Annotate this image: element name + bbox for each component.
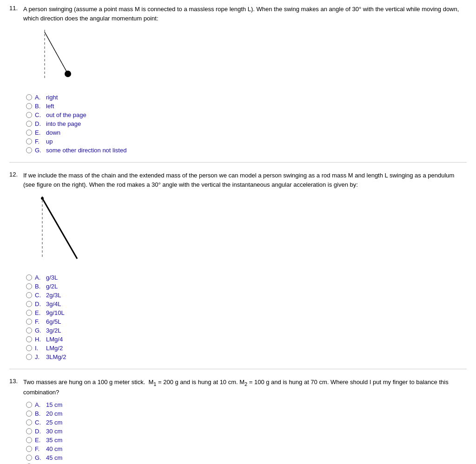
option-12-F[interactable]: F. 6g/5L bbox=[26, 318, 467, 325]
option-13-G[interactable]: G. 45 cm bbox=[26, 454, 467, 461]
question-13-text: Two masses are hung on a 100 g meter sti… bbox=[23, 378, 467, 397]
radio-13-E[interactable] bbox=[26, 437, 32, 443]
option-11-A-letter: A. bbox=[35, 94, 44, 101]
option-12-E[interactable]: E. 9g/10L bbox=[26, 309, 467, 316]
option-13-E-letter: E. bbox=[35, 437, 44, 444]
radio-11-A[interactable] bbox=[26, 94, 32, 100]
question-13-header: 13. Two masses are hung on a 100 g meter… bbox=[9, 378, 467, 397]
question-12: 12. If we include the mass of the chain … bbox=[9, 171, 467, 369]
option-11-A-text: right bbox=[46, 94, 58, 101]
option-13-E[interactable]: E. 35 cm bbox=[26, 437, 467, 444]
radio-12-G[interactable] bbox=[26, 327, 32, 333]
option-13-B[interactable]: B. 20 cm bbox=[26, 410, 467, 417]
radio-12-J[interactable] bbox=[26, 354, 32, 360]
radio-12-I[interactable] bbox=[26, 345, 32, 351]
option-13-B-text: 20 cm bbox=[46, 410, 62, 417]
option-11-G-text: some other direction not listed bbox=[46, 147, 126, 154]
radio-13-C[interactable] bbox=[26, 419, 32, 425]
option-11-F[interactable]: F. up bbox=[26, 138, 467, 145]
option-12-J-letter: J. bbox=[35, 353, 44, 360]
radio-13-A[interactable] bbox=[26, 402, 32, 408]
option-13-F-text: 40 cm bbox=[46, 445, 62, 452]
option-12-F-text: 6g/5L bbox=[46, 318, 61, 325]
question-12-text: If we include the mass of the chain and … bbox=[23, 171, 467, 189]
option-11-E-letter: E. bbox=[35, 129, 44, 136]
option-11-F-letter: F. bbox=[35, 138, 44, 145]
option-11-C-text: out of the page bbox=[46, 111, 86, 118]
question-12-options: A. g/3L B. g/2L C. 2g/3L D. 3g/4L bbox=[26, 274, 467, 360]
option-11-E[interactable]: E. down bbox=[26, 129, 467, 136]
radio-12-B[interactable] bbox=[26, 283, 32, 289]
svg-line-1 bbox=[45, 32, 68, 74]
option-12-B-letter: B. bbox=[35, 283, 44, 290]
option-12-B[interactable]: B. g/2L bbox=[26, 283, 467, 290]
option-13-G-letter: G. bbox=[35, 454, 44, 461]
option-13-A-letter: A. bbox=[35, 401, 44, 408]
radio-13-G[interactable] bbox=[26, 455, 32, 461]
radio-12-A[interactable] bbox=[26, 274, 32, 281]
radio-11-E[interactable] bbox=[26, 130, 32, 136]
question-13: 13. Two masses are hung on a 100 g meter… bbox=[9, 378, 467, 464]
option-11-E-text: down bbox=[46, 129, 60, 136]
svg-point-2 bbox=[65, 71, 71, 77]
radio-12-F[interactable] bbox=[26, 319, 32, 325]
question-11-text: A person swinging (assume a point mass M… bbox=[23, 5, 467, 23]
option-11-B-letter: B. bbox=[35, 103, 44, 110]
radio-11-C[interactable] bbox=[26, 112, 32, 118]
radio-13-B[interactable] bbox=[26, 411, 32, 417]
option-13-F-letter: F. bbox=[35, 445, 44, 452]
question-11-options: A. right B. left C. out of the page D. i… bbox=[26, 94, 467, 154]
option-12-A-text: g/3L bbox=[46, 274, 58, 281]
option-13-G-text: 45 cm bbox=[46, 454, 62, 461]
question-12-number: 12. bbox=[9, 171, 23, 178]
radio-11-F[interactable] bbox=[26, 138, 32, 144]
option-11-F-text: up bbox=[46, 138, 53, 145]
option-13-D-letter: D. bbox=[35, 428, 44, 435]
option-12-J-text: 3LMg/2 bbox=[46, 353, 66, 360]
option-12-A[interactable]: A. g/3L bbox=[26, 274, 467, 281]
svg-point-5 bbox=[41, 197, 44, 200]
option-12-G-letter: G. bbox=[35, 327, 44, 334]
option-13-A-text: 15 cm bbox=[46, 401, 62, 408]
option-13-A[interactable]: A. 15 cm bbox=[26, 401, 467, 408]
question-13-options: A. 15 cm B. 20 cm C. 25 cm D. 30 cm bbox=[26, 401, 467, 464]
option-11-D[interactable]: D. into the page bbox=[26, 120, 467, 127]
radio-11-B[interactable] bbox=[26, 103, 32, 109]
option-12-C[interactable]: C. 2g/3L bbox=[26, 292, 467, 299]
option-11-B[interactable]: B. left bbox=[26, 103, 467, 110]
diagram-11-svg bbox=[26, 27, 82, 88]
radio-13-F[interactable] bbox=[26, 446, 32, 452]
option-12-G[interactable]: G. 3g/2L bbox=[26, 327, 467, 334]
option-13-D[interactable]: D. 30 cm bbox=[26, 428, 467, 435]
option-13-B-letter: B. bbox=[35, 410, 44, 417]
option-13-C-text: 25 cm bbox=[46, 419, 62, 426]
option-13-E-text: 35 cm bbox=[46, 437, 62, 444]
option-11-G-letter: G. bbox=[35, 147, 44, 154]
option-12-D[interactable]: D. 3g/4L bbox=[26, 301, 467, 307]
option-11-D-letter: D. bbox=[35, 120, 44, 127]
diagram-12-svg bbox=[26, 194, 91, 268]
radio-11-G[interactable] bbox=[26, 147, 32, 153]
radio-13-D[interactable] bbox=[26, 428, 32, 434]
radio-12-E[interactable] bbox=[26, 310, 32, 316]
question-12-header: 12. If we include the mass of the chain … bbox=[9, 171, 467, 189]
option-12-D-text: 3g/4L bbox=[46, 301, 61, 307]
option-11-G[interactable]: G. some other direction not listed bbox=[26, 147, 467, 154]
diagram-11 bbox=[26, 27, 467, 89]
option-12-J[interactable]: J. 3LMg/2 bbox=[26, 353, 467, 360]
option-12-G-text: 3g/2L bbox=[46, 327, 61, 334]
option-11-C[interactable]: C. out of the page bbox=[26, 111, 467, 118]
option-11-D-text: into the page bbox=[46, 120, 81, 127]
radio-12-D[interactable] bbox=[26, 301, 32, 307]
option-12-F-letter: F. bbox=[35, 318, 44, 325]
option-13-C[interactable]: C. 25 cm bbox=[26, 419, 467, 426]
option-12-H[interactable]: H. LMg/4 bbox=[26, 336, 467, 343]
option-12-I[interactable]: I. LMg/2 bbox=[26, 345, 467, 352]
radio-12-H[interactable] bbox=[26, 336, 32, 342]
option-11-A[interactable]: A. right bbox=[26, 94, 467, 101]
option-12-I-text: LMg/2 bbox=[46, 345, 63, 352]
radio-11-D[interactable] bbox=[26, 121, 32, 127]
option-13-F[interactable]: F. 40 cm bbox=[26, 445, 467, 452]
question-11-number: 11. bbox=[9, 5, 23, 12]
radio-12-C[interactable] bbox=[26, 292, 32, 298]
